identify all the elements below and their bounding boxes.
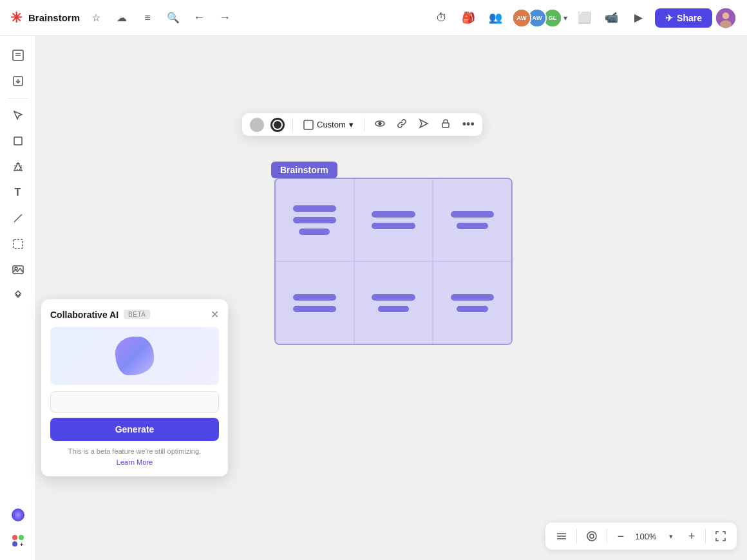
svg-rect-14 xyxy=(14,137,22,145)
search-button[interactable]: 🔍 xyxy=(164,8,183,28)
svg-text:AW: AW xyxy=(532,14,542,21)
grid-cell-3 xyxy=(433,179,511,261)
svg-point-20 xyxy=(12,509,24,521)
fullscreen-button[interactable] xyxy=(711,527,730,546)
grid-cell-line-3a xyxy=(451,211,495,218)
grid-cell-2 xyxy=(355,179,433,261)
menu-button[interactable]: ≡ xyxy=(138,8,157,28)
ai-footer-text: This is a beta feature we're still optim… xyxy=(68,447,201,455)
svg-rect-28 xyxy=(442,123,449,127)
svg-point-8 xyxy=(720,20,732,28)
send-button[interactable] xyxy=(416,117,431,132)
zoom-value: 100% xyxy=(633,532,659,541)
grid-cell-line-1b xyxy=(293,217,337,223)
sidebar-item-plugins[interactable] xyxy=(6,284,30,307)
custom-style-button[interactable]: Custom ▾ xyxy=(301,118,356,131)
grid-cell-line-5a xyxy=(372,294,415,301)
ai-panel-close-button[interactable]: ✕ xyxy=(211,308,219,321)
share-button[interactable]: ✈ Share xyxy=(655,8,712,28)
ai-generate-button[interactable]: Generate xyxy=(50,418,219,441)
list-view-button[interactable] xyxy=(552,527,571,546)
grid-cell-1 xyxy=(276,179,354,261)
ai-panel-header: Collaborative AI BETA ✕ xyxy=(50,308,219,321)
color-dark-button[interactable] xyxy=(270,118,285,132)
svg-point-33 xyxy=(590,534,594,538)
top-bar: ✳ Brainstorm ☆ ☁ ≡ 🔍 ← → ⏱ 🎒 👥 AW AW xyxy=(0,0,747,36)
sidebar-item-theme[interactable] xyxy=(6,503,30,527)
sidebar-item-shapes[interactable] xyxy=(6,155,30,178)
redo-button[interactable]: → xyxy=(215,8,234,28)
zoom-in-button[interactable]: + xyxy=(683,528,700,545)
canvas-area[interactable]: Custom ▾ ••• xyxy=(36,36,747,560)
user-avatar[interactable] xyxy=(715,7,737,29)
svg-point-27 xyxy=(379,122,381,125)
eye-button[interactable] xyxy=(372,117,388,132)
svg-point-23 xyxy=(12,541,17,546)
link-button[interactable] xyxy=(394,117,410,132)
sidebar-item-section[interactable] xyxy=(6,232,30,256)
grid-cell-line-2a xyxy=(372,211,415,218)
star-button[interactable]: ☆ xyxy=(86,8,106,28)
play-icon[interactable]: ▶ xyxy=(628,8,648,28)
grid-cell-line-3b xyxy=(457,223,487,229)
more-options-button[interactable]: ••• xyxy=(462,118,475,131)
ai-prompt-input[interactable] xyxy=(50,391,219,413)
avatar-dropdown-button[interactable]: ▾ xyxy=(563,14,567,23)
color-gray-button[interactable] xyxy=(250,118,264,132)
ai-blob xyxy=(115,337,154,375)
bottom-divider-3 xyxy=(705,529,706,543)
top-bar-right: ⏱ 🎒 👥 AW AW GL ▾ xyxy=(431,7,737,29)
svg-rect-17 xyxy=(14,239,23,248)
bottom-toolbar: − 100% ▾ + xyxy=(545,523,737,550)
sidebar-item-add-component[interactable]: + xyxy=(6,529,30,552)
ai-panel-badge: BETA xyxy=(124,310,150,319)
svg-point-7 xyxy=(723,12,730,19)
cloud-button[interactable]: ☁ xyxy=(112,8,131,28)
grid-cell-line-2b xyxy=(372,223,415,229)
floating-toolbar: Custom ▾ ••• xyxy=(242,113,482,136)
custom-label: Custom xyxy=(317,120,346,129)
grid-cell-line-4a xyxy=(293,294,337,301)
app-title: Brainstorm xyxy=(28,12,80,23)
brainstorm-grid[interactable] xyxy=(274,178,513,345)
ai-learn-more-link[interactable]: Learn More xyxy=(117,458,153,466)
share-icon: ✈ xyxy=(665,13,673,23)
svg-point-21 xyxy=(12,535,17,540)
svg-text:+: + xyxy=(20,541,23,548)
sidebar-item-text[interactable]: T xyxy=(6,181,30,204)
ai-panel: Collaborative AI BETA ✕ Generate This is… xyxy=(41,299,228,476)
share-link-icon[interactable]: 🎒 xyxy=(458,8,478,28)
sidebar-item-import[interactable] xyxy=(6,70,30,93)
frame-icon xyxy=(303,120,314,130)
bottom-divider-1 xyxy=(576,529,577,543)
dropdown-icon: ▾ xyxy=(349,120,354,129)
zoom-out-button[interactable]: − xyxy=(612,528,629,545)
sidebar-item-pages[interactable] xyxy=(6,44,30,67)
grid-cell-4 xyxy=(276,262,354,344)
grid-cell-line-4b xyxy=(293,306,337,312)
shape-button[interactable] xyxy=(582,527,601,546)
top-bar-left: ✳ Brainstorm ☆ ☁ ≡ 🔍 ← → xyxy=(10,8,234,28)
sidebar-item-frame[interactable] xyxy=(6,129,30,153)
grid-cell-6 xyxy=(433,262,511,344)
zoom-dropdown-button[interactable]: ▾ xyxy=(663,528,679,545)
left-sidebar: T xyxy=(0,36,36,560)
grid-cell-5 xyxy=(355,262,433,344)
timer-icon[interactable]: ⏱ xyxy=(431,8,451,28)
video-icon[interactable]: 📹 xyxy=(601,8,621,28)
svg-point-22 xyxy=(19,535,24,540)
lock-button[interactable] xyxy=(438,117,453,132)
undo-button[interactable]: ← xyxy=(189,8,209,28)
users-icon[interactable]: 👥 xyxy=(485,8,506,28)
sidebar-item-select[interactable] xyxy=(6,104,30,127)
sidebar-item-line[interactable] xyxy=(6,207,30,230)
brainstorm-label: Brainstorm xyxy=(271,162,337,178)
sidebar-item-image[interactable] xyxy=(6,258,30,281)
color-dark-inner xyxy=(274,121,281,129)
avatar-group: AW AW GL ▾ xyxy=(512,8,567,28)
bottom-divider-2 xyxy=(607,529,607,543)
toolbar-divider-2 xyxy=(364,118,364,132)
ai-illustration xyxy=(50,327,219,385)
sidebar-divider-1 xyxy=(8,98,28,98)
presentation-icon[interactable]: ⬜ xyxy=(574,8,594,28)
